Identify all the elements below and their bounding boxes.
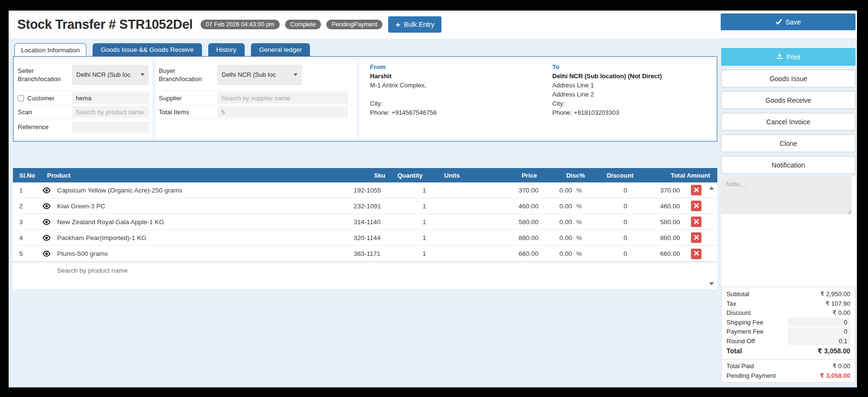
to-phone: Phone: +918103203303 <box>552 108 662 117</box>
pending-payment-row: Pending Payment ₹ 3,058.00 <box>726 371 850 381</box>
x-icon <box>694 218 699 226</box>
from-city: City: <box>370 99 437 108</box>
tax-value: ₹ 107.90 <box>825 300 850 307</box>
bulk-entry-button[interactable]: + Bulk Entry <box>388 16 441 33</box>
row-slno: 5 <box>13 250 37 257</box>
save-label: Save <box>785 18 801 26</box>
percent-sign: % <box>574 203 589 210</box>
save-button[interactable]: Save <box>721 13 856 30</box>
from-phone: Phone: +914567546756 <box>370 108 437 117</box>
total-items-label: Total Items <box>159 108 217 116</box>
eye-icon[interactable] <box>37 187 56 194</box>
payment-box: Total Paid ₹ 0.00 Pending Payment ₹ 3,05… <box>721 359 856 383</box>
scroll-down-icon[interactable] <box>709 282 714 286</box>
customer-input[interactable] <box>72 92 149 104</box>
items-table: Sl.No Product Sku Quantity Units Price D… <box>13 168 717 289</box>
row-discount: 0 <box>589 250 634 257</box>
delete-row-button[interactable] <box>691 185 702 195</box>
row-slno: 3 <box>13 218 37 226</box>
row-total-amount: 660.00 <box>634 250 685 257</box>
reference-input[interactable] <box>72 121 149 133</box>
col-header-disc: Disc% <box>541 172 589 179</box>
customer-label: Customer <box>27 94 54 102</box>
scan-input[interactable] <box>72 106 149 118</box>
customer-label-cell: Customer <box>18 94 72 102</box>
row-slno: 4 <box>13 234 37 241</box>
delete-row-button[interactable] <box>691 232 702 243</box>
discount-label: Discount <box>726 309 751 316</box>
eye-icon[interactable] <box>37 218 56 226</box>
payment-fee-label: Payment Fee <box>726 328 763 335</box>
row-discount: 0 <box>589 218 634 226</box>
buyer-branch-select[interactable]: Delhi NCR (Sub loc <box>217 65 302 85</box>
table-header-row: Sl.No Product Sku Quantity Units Price D… <box>13 168 717 182</box>
row-disc-percent[interactable]: 0.00 <box>541 218 574 226</box>
tab-location-information[interactable]: Location Information <box>14 43 86 56</box>
note-textarea[interactable] <box>721 177 852 214</box>
seller-branch-value: Delhi NCR (Sub loc <box>76 71 138 78</box>
print-button[interactable]: Print <box>721 48 856 66</box>
total-paid-label: Total Paid <box>726 362 754 370</box>
row-disc-percent[interactable]: 0.00 <box>541 234 574 241</box>
tab-history[interactable]: History <box>208 43 245 56</box>
to-address-line2: Address Line 2 <box>552 90 662 99</box>
product-search-input[interactable] <box>57 267 297 274</box>
totals-box: Subtotal ₹ 2,950.00 Tax ₹ 107.90 Discoun… <box>721 287 856 360</box>
scroll-up-icon[interactable] <box>709 186 714 190</box>
row-product: New Zealand Royal Gala Apple-1 KG <box>56 218 296 226</box>
row-quantity[interactable]: 1 <box>387 250 433 257</box>
row-disc-percent[interactable]: 0.00 <box>541 187 574 194</box>
tab-goods-issue-goods-receive[interactable]: Goods Issue && Goods Receive <box>93 43 202 56</box>
col-header-product: Product <box>37 172 296 179</box>
total-paid-row: Total Paid ₹ 0.00 <box>726 361 850 371</box>
total-items-value <box>217 106 348 118</box>
row-quantity[interactable]: 1 <box>387 203 433 210</box>
eye-icon[interactable] <box>37 203 56 210</box>
row-sku: 314-1140 <box>296 218 387 226</box>
check-icon <box>775 18 782 26</box>
round-off-input[interactable] <box>788 337 850 345</box>
percent-sign: % <box>574 187 589 194</box>
shipping-fee-input[interactable] <box>788 318 850 326</box>
clone-button[interactable]: Clone <box>721 134 856 152</box>
row-disc-percent[interactable]: 0.00 <box>541 203 574 210</box>
to-heading: To <box>552 62 662 72</box>
location-information-panel: Seller Branch/location Delhi NCR (Sub lo… <box>13 56 717 142</box>
goods-receive-button[interactable]: Goods Receive <box>721 91 856 109</box>
payment-fee-input[interactable] <box>788 327 850 336</box>
row-quantity[interactable]: 1 <box>387 218 433 226</box>
row-price: 580.00 <box>471 218 541 226</box>
app-window: Stock Transfer # STR1052Del 07 Feb 2026 … <box>9 11 857 387</box>
from-address-line1: M-1 Antrix Complex, <box>370 81 437 90</box>
delete-row-button[interactable] <box>691 201 702 211</box>
supplier-input[interactable] <box>217 92 348 104</box>
row-product: Kiwi Green-3 PC <box>56 203 296 210</box>
row-discount: 0 <box>589 234 634 241</box>
goods-issue-button[interactable]: Goods Issue <box>721 70 856 87</box>
row-sku: 192-1055 <box>296 187 387 194</box>
header-bar: Stock Transfer # STR1052Del 07 Feb 2026 … <box>9 11 857 38</box>
row-price: 880.00 <box>471 234 541 241</box>
shipping-fee-label: Shipping Fee <box>726 319 763 326</box>
seller-branch-select[interactable]: Delhi NCR (Sub loc <box>72 65 149 85</box>
delete-row-button[interactable] <box>691 249 702 259</box>
status-badge-complete: Complete <box>285 20 321 29</box>
row-quantity[interactable]: 1 <box>387 187 433 194</box>
row-slno: 1 <box>13 187 37 194</box>
cancel-invoice-button[interactable]: Cancel Invoice <box>721 113 856 131</box>
x-icon <box>694 203 699 210</box>
total-value: ₹ 3,058.00 <box>818 347 850 355</box>
row-sku: 320-1144 <box>296 234 387 241</box>
delete-row-button[interactable] <box>691 217 702 227</box>
row-quantity[interactable]: 1 <box>387 234 433 241</box>
notification-button[interactable]: Notification <box>721 156 856 174</box>
eye-icon[interactable] <box>37 250 56 257</box>
row-disc-percent[interactable]: 0.00 <box>541 250 574 257</box>
row-product: Packham Pear(Imported)-1 KG <box>56 234 296 241</box>
eye-icon[interactable] <box>37 234 56 241</box>
customer-checkbox[interactable] <box>18 95 24 101</box>
tab-general-ledger[interactable]: General ledger <box>251 43 310 56</box>
total-label: Total <box>726 347 742 355</box>
date-badge: 07 Feb 2026 04:43:00 pm <box>201 20 280 29</box>
caret-down-icon <box>294 73 297 76</box>
